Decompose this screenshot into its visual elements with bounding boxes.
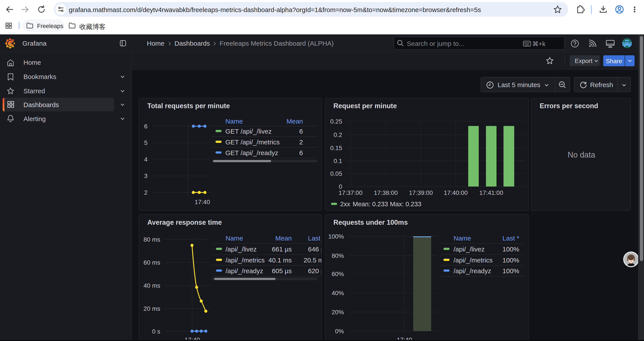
svg-text:20%: 20%: [332, 309, 344, 315]
svg-text:4: 4: [144, 156, 148, 163]
svg-text:0%: 0%: [335, 328, 344, 335]
svg-text:0.2: 0.2: [334, 131, 342, 138]
svg-text:0 s: 0 s: [152, 328, 160, 335]
svg-text:60%: 60%: [332, 270, 344, 277]
svg-text:17:41:00: 17:41:00: [480, 189, 503, 196]
svg-text:17:38:00: 17:38:00: [374, 189, 398, 196]
svg-text:5: 5: [144, 139, 148, 146]
svg-text:17:40: 17:40: [195, 199, 210, 205]
svg-text:40 ms: 40 ms: [144, 282, 160, 289]
svg-text:17:39:00: 17:39:00: [409, 189, 433, 196]
svg-text:60 ms: 60 ms: [144, 259, 160, 266]
svg-text:17:37:00: 17:37:00: [339, 189, 362, 196]
svg-text:40%: 40%: [332, 290, 344, 296]
svg-text:80%: 80%: [332, 252, 344, 259]
svg-text:0.15: 0.15: [330, 145, 342, 151]
svg-text:0.1: 0.1: [334, 158, 342, 164]
svg-text:20 ms: 20 ms: [144, 305, 160, 312]
svg-text:100%: 100%: [328, 233, 344, 240]
svg-text:17:40:00: 17:40:00: [444, 189, 468, 196]
svg-text:0.05: 0.05: [330, 170, 342, 177]
svg-text:2: 2: [144, 189, 148, 196]
svg-text:3: 3: [144, 172, 148, 179]
svg-text:0.25: 0.25: [330, 118, 342, 125]
svg-text:0: 0: [339, 183, 342, 190]
svg-text:80 ms: 80 ms: [144, 236, 160, 243]
svg-text:6: 6: [144, 123, 148, 130]
